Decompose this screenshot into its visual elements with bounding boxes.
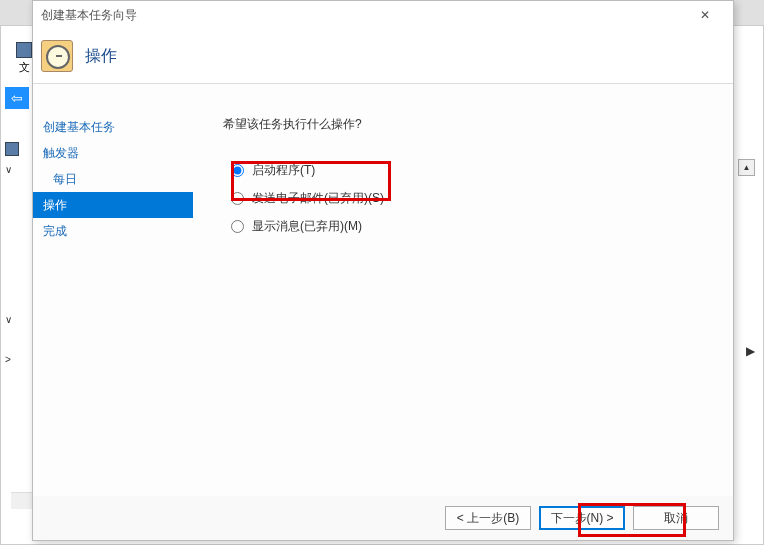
- scroll-right-arrow[interactable]: ▶: [745, 346, 755, 356]
- cancel-button[interactable]: 取消: [633, 506, 719, 530]
- task-scheduler-icon: [16, 42, 32, 58]
- next-button[interactable]: 下一步(N) >: [539, 506, 625, 530]
- caret-down-icon[interactable]: ∨: [5, 314, 12, 325]
- caret-right-icon[interactable]: >: [5, 354, 11, 365]
- step-create-task[interactable]: 创建基本任务: [33, 114, 193, 140]
- wizard-body: 创建基本任务 触发器 每日 操作 完成 希望该任务执行什么操作? 启动程序(T)…: [33, 84, 733, 496]
- back-button[interactable]: < 上一步(B): [445, 506, 531, 530]
- background-file-label: 文: [19, 60, 30, 75]
- back-arrow-icon[interactable]: ⇦: [5, 87, 29, 109]
- radio-show-message[interactable]: [231, 220, 244, 233]
- titlebar: 创建基本任务向导 ✕: [33, 1, 733, 29]
- background-tree: ∨ ∨ >: [5, 139, 35, 369]
- step-navigation: 创建基本任务 触发器 每日 操作 完成: [33, 84, 193, 496]
- option-show-message[interactable]: 显示消息(已弃用)(M): [231, 217, 733, 235]
- wizard-footer: < 上一步(B) 下一步(N) > 取消: [33, 496, 733, 540]
- radio-send-email[interactable]: [231, 192, 244, 205]
- wizard-content: 希望该任务执行什么操作? 启动程序(T) 发送电子邮件(已弃用)(S) 显示消息…: [193, 84, 733, 496]
- scroll-up-button[interactable]: ▲: [738, 159, 755, 176]
- wizard-dialog: 创建基本任务向导 ✕ 操作 创建基本任务 触发器 每日 操作 完成 希望该任务执…: [32, 0, 734, 541]
- clock-task-icon: [41, 40, 73, 72]
- label-start-program: 启动程序(T): [252, 162, 315, 179]
- window-title: 创建基本任务向导: [41, 7, 137, 24]
- caret-down-icon[interactable]: ∨: [5, 164, 12, 175]
- wizard-header: 操作: [33, 29, 733, 84]
- label-show-message: 显示消息(已弃用)(M): [252, 218, 362, 235]
- close-icon: ✕: [700, 8, 710, 22]
- tree-node-icon: [5, 142, 19, 156]
- close-button[interactable]: ✕: [685, 1, 725, 29]
- step-action[interactable]: 操作: [33, 192, 193, 218]
- radio-start-program[interactable]: [231, 164, 244, 177]
- option-send-email[interactable]: 发送电子邮件(已弃用)(S): [231, 189, 733, 207]
- option-start-program[interactable]: 启动程序(T): [231, 161, 733, 179]
- page-title: 操作: [85, 46, 117, 67]
- prompt-text: 希望该任务执行什么操作?: [223, 116, 733, 133]
- label-send-email: 发送电子邮件(已弃用)(S): [252, 190, 384, 207]
- action-options: 启动程序(T) 发送电子邮件(已弃用)(S) 显示消息(已弃用)(M): [223, 161, 733, 235]
- step-finish[interactable]: 完成: [33, 218, 193, 244]
- step-trigger[interactable]: 触发器: [33, 140, 193, 166]
- step-daily[interactable]: 每日: [33, 166, 193, 192]
